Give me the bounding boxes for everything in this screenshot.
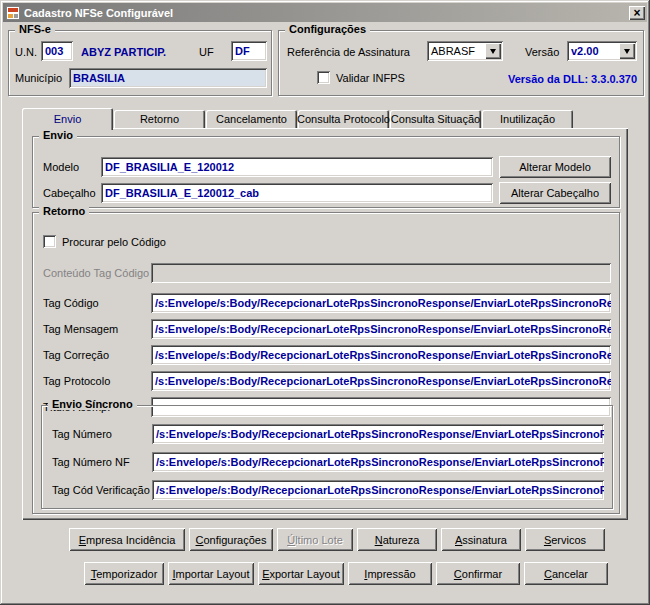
servicos-label: Servicos [544,534,586,546]
tag-numero-field[interactable]: /s:Envelope/s:Body/RecepcionarLoteRpsSin… [152,424,604,444]
un-field[interactable]: 003 [41,41,73,61]
configuracoes-group: Configurações Referência de Assinatura A… [278,30,644,96]
confirmar-label: Confirmar [454,568,502,580]
alterar-modelo-button[interactable]: Alterar Modelo [499,156,611,178]
envio-sincrono-group-title: Envio Síncrono [48,398,137,410]
impressao-button[interactable]: Impressão [348,562,432,585]
tag-cod-verificacao-label: Tag Cód Verificação [52,484,150,496]
un-label: U.N. [15,46,37,58]
app-icon [6,6,20,20]
dll-version-text: Versão da DLL: 3.3.0.370 [508,73,637,85]
tab-inutilizacao[interactable]: Inutilização [482,110,573,128]
tag-numero-nf-value: /s:Envelope/s:Body/RecepcionarLoteRpsSin… [156,456,604,468]
company-name: ABYZ PARTICIP. [81,46,166,58]
tag-mensagem-field[interactable]: /s:Envelope/s:Body/RecepcionarLoteRpsSin… [151,319,611,339]
temporizador-button[interactable]: Temporizador [84,562,164,585]
tag-protocolo-value: /s:Envelope/s:Body/RecepcionarLoteRpsSin… [155,375,611,387]
importar-layout-label: Importar Layout [172,568,249,580]
exportar-layout-button[interactable]: Exportar Layout [258,562,344,585]
alterar-cabecalho-button[interactable]: Alterar Cabeçalho [499,182,611,204]
tab-retorno[interactable]: Retorno [114,110,205,128]
retorno-group: Retorno Procurar pelo Código Conteúdo Ta… [32,212,620,514]
importar-layout-button[interactable]: Importar Layout [168,562,254,585]
empresa-incidencia-button[interactable]: Empresa Incidência [69,528,185,551]
tag-correcao-field[interactable]: /s:Envelope/s:Body/RecepcionarLoteRpsSin… [151,345,611,365]
dropdown-arrow-icon[interactable] [619,43,635,59]
window: Cadastro NFSe Configurável × NFS-e U.N. … [0,0,650,605]
assinatura-label: Assinatura [455,534,507,546]
tag-mensagem-value: /s:Envelope/s:Body/RecepcionarLoteRpsSin… [155,323,611,335]
envio-sincrono-group: Envio Síncrono Tag Número /s:Envelope/s:… [41,405,613,509]
referencia-assinatura-select[interactable]: ABRASF [427,41,503,61]
tag-cod-verificacao-field[interactable]: /s:Envelope/s:Body/RecepcionarLoteRpsSin… [152,480,604,500]
exportar-layout-label: Exportar Layout [262,568,340,580]
empresa-incidencia-label: Empresa Incidência [79,534,176,546]
retorno-group-title: Retorno [39,205,89,217]
conteudo-tag-codigo-label: Conteúdo Tag Código [43,267,149,279]
validar-infps-label: Validar INFPS [336,72,405,84]
tab-envio[interactable]: Envio [22,108,113,130]
envio-group-title: Envio [39,129,77,141]
referencia-assinatura-label: Referência de Assinatura [287,46,410,58]
impressao-label: Impressão [364,568,415,580]
window-title: Cadastro NFSe Configurável [24,7,629,19]
titlebar[interactable]: Cadastro NFSe Configurável × [3,3,647,22]
municipio-value: BRASILIA [73,72,125,84]
tab-consulta-situacao[interactable]: Consulta Situação [390,110,481,128]
tag-correcao-value: /s:Envelope/s:Body/RecepcionarLoteRpsSin… [155,349,611,361]
tag-codigo-field[interactable]: /s:Envelope/s:Body/RecepcionarLoteRpsSin… [151,293,611,313]
cabecalho-field[interactable]: DF_BRASILIA_E_120012_cab [101,183,493,203]
validar-infps-checkrow: Validar INFPS [317,71,405,84]
tab-cancelamento[interactable]: Cancelamento [206,110,297,128]
procurar-codigo-checkrow: Procurar pelo Código [43,235,166,248]
natureza-label: Natureza [375,534,420,546]
confirmar-button[interactable]: Confirmar [436,562,520,585]
tab-consulta-protocolo[interactable]: Consulta Protocolo [298,110,389,128]
temporizador-label: Temporizador [91,568,158,580]
natureza-button[interactable]: Natureza [357,528,437,551]
conteudo-tag-codigo-field [151,263,611,283]
tag-numero-nf-field[interactable]: /s:Envelope/s:Body/RecepcionarLoteRpsSin… [152,452,604,472]
tag-protocolo-field[interactable]: /s:Envelope/s:Body/RecepcionarLoteRpsSin… [151,371,611,391]
validar-infps-checkbox[interactable] [317,71,330,84]
uf-field[interactable]: DF [231,41,267,61]
tag-numero-value: /s:Envelope/s:Body/RecepcionarLoteRpsSin… [156,428,604,440]
action-button-row: Empresa Incidência Configurações Último … [69,528,605,551]
modelo-value: DF_BRASILIA_E_120012 [105,161,234,173]
un-value: 003 [45,45,63,57]
servicos-button[interactable]: Servicos [525,528,605,551]
procurar-codigo-checkbox[interactable] [43,235,56,248]
referencia-assinatura-value: ABRASF [431,45,475,57]
ultimo-lote-button: Último Lote [277,528,353,551]
alterar-cabecalho-label: Alterar Cabeçalho [511,187,599,199]
ultimo-lote-label: Último Lote [287,534,343,546]
tab-label: Consulta Protocolo [297,113,390,125]
close-button[interactable]: × [629,6,645,20]
tag-correcao-label: Tag Correção [43,349,109,361]
versao-label: Versão [525,46,559,58]
tab-label: Inutilização [500,113,555,125]
configuracoes-button[interactable]: Configurações [189,528,273,551]
versao-select[interactable]: v2.00 [567,41,637,61]
versao-value: v2.00 [571,45,599,57]
tab-strip: Envio Retorno Cancelamento Consulta Prot… [22,108,574,130]
uf-value: DF [235,45,250,57]
cabecalho-value: DF_BRASILIA_E_120012_cab [105,187,259,199]
alterar-modelo-label: Alterar Modelo [519,161,591,173]
tag-mensagem-label: Tag Mensagem [43,323,118,335]
uf-label: UF [199,46,214,58]
envio-tab-panel: Envio Modelo DF_BRASILIA_E_120012 Altera… [22,128,628,520]
tab-label: Retorno [140,113,179,125]
configuracoes-group-title: Configurações [285,23,370,35]
municipio-field[interactable]: BRASILIA [69,68,267,88]
tag-numero-nf-label: Tag Número NF [52,456,130,468]
tag-numero-label: Tag Número [52,428,112,440]
cancelar-label: Cancelar [544,568,588,580]
dropdown-arrow-icon[interactable] [485,43,501,59]
modelo-field[interactable]: DF_BRASILIA_E_120012 [101,157,493,177]
procurar-codigo-label: Procurar pelo Código [62,236,166,248]
tab-label: Envio [54,113,82,125]
tab-label: Consulta Situação [391,113,480,125]
assinatura-button[interactable]: Assinatura [441,528,521,551]
cancelar-button[interactable]: Cancelar [524,562,608,585]
